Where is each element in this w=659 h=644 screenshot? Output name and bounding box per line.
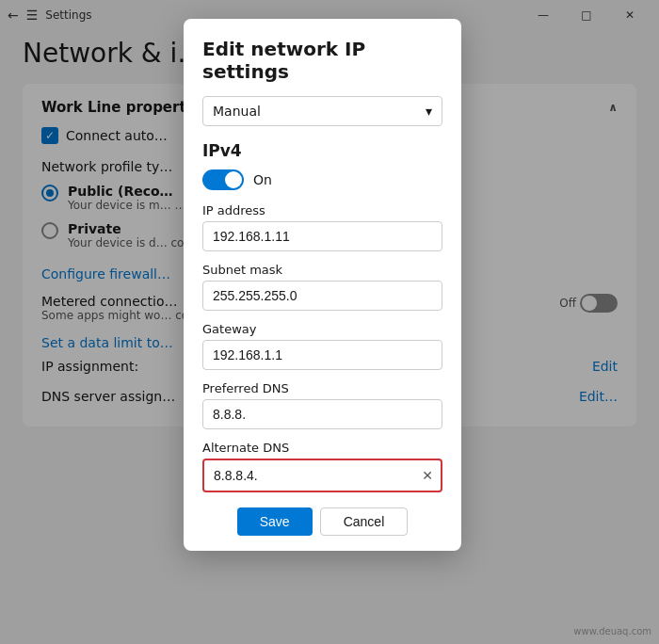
- preferred-dns-input[interactable]: [202, 399, 442, 429]
- ipv4-title: IPv4: [202, 141, 442, 160]
- dropdown-value: Manual: [213, 104, 261, 119]
- modal-footer: Save Cancel: [202, 507, 442, 536]
- dropdown-row: Manual ▾: [202, 96, 442, 126]
- gateway-input[interactable]: [202, 340, 442, 370]
- subnet-mask-input[interactable]: [202, 281, 442, 311]
- clear-alternate-dns-icon[interactable]: ✕: [422, 468, 441, 483]
- alternate-dns-wrapper: ✕: [202, 459, 442, 492]
- preferred-dns-group: Preferred DNS: [202, 381, 442, 429]
- dropdown-chevron-icon: ▾: [426, 104, 432, 119]
- save-button[interactable]: Save: [237, 507, 313, 536]
- alternate-dns-label: Alternate DNS: [202, 441, 442, 455]
- alternate-dns-group: Alternate DNS ✕: [202, 441, 442, 492]
- ipv4-toggle[interactable]: [202, 169, 244, 190]
- edit-network-modal: Edit network IP settings Manual ▾ IPv4 O…: [184, 19, 461, 551]
- ipv4-section: IPv4 On IP address Subnet mask Gateway P…: [202, 141, 442, 492]
- ip-address-input[interactable]: [202, 221, 442, 251]
- gateway-group: Gateway: [202, 322, 442, 370]
- subnet-mask-group: Subnet mask: [202, 263, 442, 311]
- ipv4-toggle-label: On: [253, 172, 272, 187]
- watermark: www.deuaq.com: [573, 626, 651, 636]
- modal-title: Edit network IP settings: [202, 38, 442, 83]
- preferred-dns-label: Preferred DNS: [202, 381, 442, 395]
- subnet-mask-label: Subnet mask: [202, 263, 442, 277]
- alternate-dns-input[interactable]: [204, 460, 422, 491]
- cancel-button[interactable]: Cancel: [320, 507, 409, 536]
- ip-mode-dropdown[interactable]: Manual ▾: [202, 96, 442, 126]
- ip-address-group: IP address: [202, 203, 442, 251]
- ip-address-label: IP address: [202, 203, 442, 217]
- ipv4-toggle-row: On: [202, 169, 442, 190]
- gateway-label: Gateway: [202, 322, 442, 336]
